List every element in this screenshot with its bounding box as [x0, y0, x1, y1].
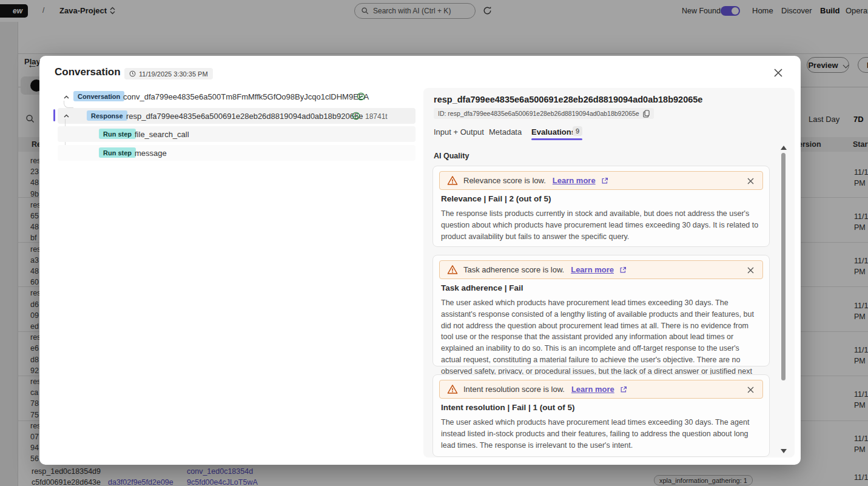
warning-banner: Intent resolution score is low. Learn mo… [439, 380, 763, 399]
tab-metadata[interactable]: Metadata [489, 127, 522, 137]
response-id-chip: ID: resp_dfa799ee4835e6a500691e28eb26d88… [434, 108, 654, 119]
dismiss-warning-icon[interactable] [746, 385, 755, 394]
active-tab-indicator [531, 138, 582, 140]
timestamp-text: 11/19/2025 3:30:35 PM [139, 70, 208, 78]
metric-explanation: The response lists products currently in… [441, 208, 759, 242]
scroll-down-arrow[interactable] [781, 449, 787, 453]
evaluations-count-badge: 9 [573, 126, 582, 136]
timestamp-chip: 11/19/2025 3:30:35 PM [124, 68, 213, 79]
dismiss-warning-icon[interactable] [746, 177, 755, 186]
response-id: resp_dfa799ee4835e6a500691e28eb26d881909… [126, 112, 363, 121]
external-link-icon [619, 266, 627, 274]
scrollbar-thumb[interactable] [781, 153, 786, 380]
conversation-id: conv_dfa799ee4835e6a500Tm8FmMffk5GfOo98B… [123, 92, 369, 101]
metric-result: Relevance | Fail | 2 (out of 5) [441, 194, 551, 203]
warning-banner: Task adherence score is low. Learn more [439, 260, 763, 279]
tab-input-output[interactable]: Input + Output [434, 127, 484, 137]
metric-explanation: The user asked which products have procu… [441, 417, 759, 451]
scroll-up-arrow[interactable] [781, 146, 787, 150]
warning-text: Task adherence score is low. [463, 265, 564, 274]
panel-response-title: resp_dfa799ee4835e6a500691e28eb26d881909… [434, 95, 702, 104]
learn-more-link[interactable]: Learn more [571, 385, 614, 394]
evaluation-card-intent-resolution: Intent resolution score is low. Learn mo… [432, 374, 770, 457]
app-screen: ew / Zava-Project Search with AI (Ctrl +… [0, 0, 868, 486]
evaluation-card-relevance: Relevance score is low. Learn more Relev… [432, 166, 770, 247]
run-step-label: message [135, 149, 167, 158]
external-link-icon [620, 386, 627, 393]
warning-text: Intent resolution score is low. [463, 385, 565, 394]
check-circle-icon [352, 112, 360, 120]
evaluation-card-task-adherence: Task adherence score is low. Learn more … [432, 255, 770, 366]
external-link-icon [601, 177, 608, 184]
warning-text: Relevance score is low. [463, 176, 546, 185]
warning-icon [447, 384, 458, 394]
warning-banner: Relevance score is low. Learn more [439, 171, 763, 190]
check-circle-icon [357, 92, 365, 101]
tree-connector [64, 101, 73, 108]
token-count: 18741t [365, 112, 388, 121]
run-step-badge: Run step [99, 129, 136, 139]
selection-indicator [53, 109, 55, 121]
close-icon[interactable] [772, 67, 784, 79]
response-id-text: ID: resp_dfa799ee4835e6a500691e28eb26d88… [438, 110, 639, 117]
dismiss-warning-icon[interactable] [746, 266, 755, 275]
metric-result: Task adherence | Fail [441, 283, 523, 292]
learn-more-link[interactable]: Learn more [571, 265, 614, 274]
warning-icon [447, 175, 458, 186]
section-ai-quality: AI Quality [434, 152, 469, 160]
conversation-dialog: Conversation 11/19/2025 3:30:35 PM Conve… [39, 56, 801, 465]
dialog-title: Conversation [55, 66, 121, 78]
conversation-badge: Conversation [73, 91, 124, 101]
run-step-label: file_search_call [135, 130, 189, 139]
learn-more-link[interactable]: Learn more [553, 176, 596, 185]
warning-icon [447, 265, 458, 275]
copy-icon[interactable] [643, 110, 650, 118]
run-step-badge: Run step [99, 147, 136, 158]
metric-result: Intent resolution | Fail | 1 (out of 5) [441, 403, 575, 412]
tab-evaluations[interactable]: Evaluations [531, 127, 576, 137]
clock-icon [129, 70, 136, 77]
